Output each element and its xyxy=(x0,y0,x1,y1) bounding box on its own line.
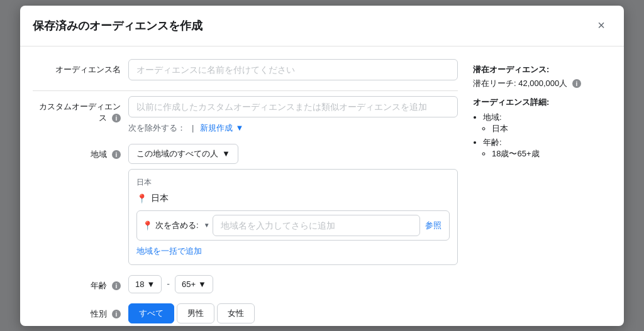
age-dash: - xyxy=(167,279,170,289)
gender-wrap: すべて 男性 女性 xyxy=(128,303,458,323)
exclude-row: 次を除外する： | 新規作成 ▼ xyxy=(128,122,458,134)
age-min-chevron: ▼ xyxy=(147,279,155,289)
browse-button[interactable]: 参照 xyxy=(423,220,444,231)
detail-age-values: 18歳〜65+歳 xyxy=(483,148,611,160)
age-max-chevron: ▼ xyxy=(198,279,206,289)
include-label: 次を含める: xyxy=(155,220,199,231)
exclude-separator: | xyxy=(192,123,194,133)
gender-all-button[interactable]: すべて xyxy=(128,303,174,323)
audience-details-list: 地域: 日本 年齢: 18歳〜65+歳 xyxy=(473,112,611,160)
region-chevron-icon: ▼ xyxy=(222,149,230,158)
region-wrap: この地域のすべての人 ▼ 日本 📍 日本 📍 次を含める: xyxy=(128,144,458,265)
age-max-select[interactable]: 65+ ▼ xyxy=(175,275,213,293)
region-tag: 📍 日本 xyxy=(136,193,450,204)
detail-region-values: 日本 xyxy=(483,123,611,134)
modal-title: 保存済みのオーディエンスを作成 xyxy=(33,18,203,33)
region-label: 地域 i xyxy=(33,144,121,160)
gender-female-button[interactable]: 女性 xyxy=(217,303,255,323)
custom-audience-info-icon[interactable]: i xyxy=(112,114,121,122)
detail-age-range: 18歳〜65+歳 xyxy=(492,148,611,160)
divider-1 xyxy=(33,90,458,91)
region-info-icon[interactable]: i xyxy=(112,150,121,159)
age-row: 年齢 i 18 ▼ - 65+ ▼ xyxy=(33,275,458,293)
gender-male-button[interactable]: 男性 xyxy=(177,303,214,323)
custom-audience-wrap: 次を除外する： | 新規作成 ▼ xyxy=(128,96,458,134)
gender-row: 性別 i すべて 男性 女性 xyxy=(33,303,458,323)
region-header: 日本 xyxy=(136,177,450,188)
sidebar-info: 潜在オーディエンス: 潜在リーチ: 42,000,000人 i オーディエンス詳… xyxy=(473,59,611,326)
modal-header: 保存済みのオーディエンスを作成 × xyxy=(20,6,624,46)
audience-name-row: オーディエンス名 xyxy=(33,59,458,80)
detail-region: 地域: 日本 xyxy=(483,112,611,134)
custom-audience-row: カスタムオーディエンス i 次を除外する： | 新規作成 ▼ xyxy=(33,96,458,134)
bulk-add-link[interactable]: 地域を一括で追加 xyxy=(136,246,202,257)
region-row: 地域 i この地域のすべての人 ▼ 日本 📍 日本 xyxy=(33,144,458,265)
audience-name-input[interactable] xyxy=(128,59,458,80)
age-min-select[interactable]: 18 ▼ xyxy=(128,275,162,293)
new-create-button[interactable]: 新規作成 ▼ xyxy=(200,122,243,134)
gender-buttons: すべて 男性 女性 xyxy=(128,303,458,323)
region-select-button[interactable]: この地域のすべての人 ▼ xyxy=(128,144,238,164)
details-title: オーディエンス詳細: xyxy=(473,97,611,108)
age-info-icon[interactable]: i xyxy=(112,281,121,290)
include-region-input[interactable] xyxy=(213,215,420,236)
exclude-label: 次を除外する： xyxy=(128,122,186,134)
chevron-down-icon: ▼ xyxy=(235,123,243,133)
age-wrap: 18 ▼ - 65+ ▼ xyxy=(128,275,458,293)
close-button[interactable]: × xyxy=(591,16,611,36)
region-box: 日本 📍 日本 📍 次を含める: ▼ 参照 xyxy=(128,169,458,265)
gender-label: 性別 i xyxy=(33,303,121,320)
reach-info-icon[interactable]: i xyxy=(572,79,581,88)
include-pin-icon: 📍 xyxy=(142,220,153,231)
detail-age: 年齢: 18歳〜65+歳 xyxy=(483,137,611,160)
pin-icon: 📍 xyxy=(136,193,147,203)
age-label: 年齢 i xyxy=(33,275,121,291)
potential-audience-title: 潜在オーディエンス: xyxy=(473,64,611,75)
audience-name-wrap xyxy=(128,59,458,80)
reach-text: 潜在リーチ: 42,000,000人 i xyxy=(473,78,611,89)
form-section: オーディエンス名 カスタムオーディエンス i 次を除外する： xyxy=(33,59,458,326)
custom-audience-input[interactable] xyxy=(128,96,458,117)
audience-name-label: オーディエンス名 xyxy=(33,59,121,75)
include-chevron-icon: ▼ xyxy=(204,222,210,229)
modal-body: オーディエンス名 カスタムオーディエンス i 次を除外する： xyxy=(20,46,624,326)
age-controls: 18 ▼ - 65+ ▼ xyxy=(128,275,458,293)
detail-region-japan: 日本 xyxy=(492,123,611,134)
custom-audience-label: カスタムオーディエンス i xyxy=(33,96,121,124)
include-row: 📍 次を含める: ▼ 参照 xyxy=(136,210,450,241)
gender-info-icon[interactable]: i xyxy=(112,310,121,318)
saved-audience-modal: 保存済みのオーディエンスを作成 × オーディエンス名 カスタムオーディエンス xyxy=(20,6,624,326)
